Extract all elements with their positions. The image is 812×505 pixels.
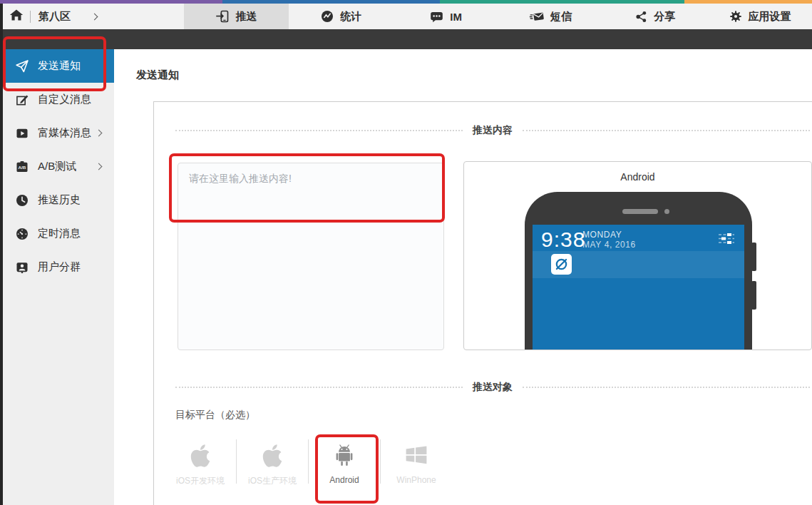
rich-media-icon	[14, 126, 30, 141]
target-platform-label: 目标平台（必选）	[175, 409, 255, 422]
tab-stats[interactable]: 统计	[289, 4, 394, 29]
tab-label: 短信	[550, 10, 572, 24]
platform-selector: iOS开发环境 iOS生产环境	[165, 436, 452, 487]
phone-volume-button	[751, 243, 756, 271]
section-title-content: 推送内容	[463, 124, 523, 137]
platform-label: WinPhone	[396, 475, 436, 485]
platform-label: Android	[329, 475, 359, 485]
dotted-line	[523, 130, 810, 131]
top-nav: 第八区 推送	[0, 4, 812, 29]
apple-icon	[262, 436, 283, 469]
sidebar-item-label: 富媒体消息	[38, 126, 91, 140]
chevron-right-icon	[96, 130, 103, 137]
quick-settings-icon	[718, 233, 735, 248]
phone-camera	[664, 209, 669, 214]
phone-screen: 9:38 MONDAY MAY 4, 2016	[533, 225, 744, 350]
app-logo-icon	[551, 254, 572, 275]
notification-band	[533, 251, 744, 278]
app-switcher[interactable]: 第八区	[0, 4, 97, 29]
history-icon	[14, 193, 30, 208]
sidebar-item-send-notification[interactable]: 发送通知	[0, 49, 114, 83]
push-icon	[215, 9, 230, 24]
tab-share[interactable]: 分享	[602, 4, 707, 29]
dotted-line	[175, 387, 463, 388]
phone-mockup: 9:38 MONDAY MAY 4, 2016	[525, 192, 752, 350]
section-divider-content: 推送内容	[175, 124, 810, 137]
phone-volume-button	[751, 281, 756, 310]
brand-divider	[30, 11, 31, 23]
platform-winphone[interactable]: WinPhone	[381, 436, 452, 487]
android-icon	[331, 436, 358, 469]
svg-text:A/B: A/B	[19, 164, 26, 169]
tab-label: 分享	[654, 10, 675, 24]
edit-icon	[14, 92, 30, 108]
tab-label: 推送	[235, 10, 257, 24]
timer-icon	[14, 226, 30, 242]
sidebar-item-label: 推送历史	[38, 193, 81, 207]
send-icon	[14, 58, 30, 74]
im-icon	[429, 9, 444, 24]
platform-android[interactable]: Android	[309, 436, 380, 487]
push-content-input[interactable]	[178, 163, 444, 350]
nav-tabs: 推送 统计	[184, 4, 812, 29]
platform-label: iOS开发环境	[176, 475, 225, 487]
left-edge-strip	[0, 4, 3, 505]
sidebar: 发送通知 自定义消息 富媒体消息	[0, 49, 114, 505]
sidebar-item-label: 定时消息	[38, 227, 81, 240]
sidebar-item-label: A/B测试	[38, 160, 76, 173]
platform-ios-prod[interactable]: iOS生产环境	[237, 436, 308, 487]
sidebar-item-label: 自定义消息	[38, 93, 91, 106]
sidebar-item-scheduled-message[interactable]: 定时消息	[0, 217, 114, 250]
tab-label: 统计	[340, 10, 361, 24]
app-window: 第八区 推送	[0, 0, 812, 505]
page-title: 发送通知	[136, 68, 179, 82]
platform-ios-dev[interactable]: iOS开发环境	[165, 436, 236, 487]
dotted-line	[523, 387, 810, 388]
tab-label: IM	[450, 11, 462, 23]
phone-speaker	[622, 209, 658, 214]
sidebar-item-label: 发送通知	[38, 59, 81, 73]
platform-label: iOS生产环境	[248, 475, 297, 487]
lockscreen-day: MONDAY	[582, 230, 622, 240]
tab-app-settings[interactable]: 应用设置	[707, 4, 812, 29]
tab-sms[interactable]: 短信	[498, 4, 602, 29]
section-title-target: 推送对象	[463, 381, 523, 394]
section-divider-target: 推送对象	[175, 381, 810, 394]
app-name: 第八区	[38, 10, 71, 24]
ab-test-icon: A/B	[14, 159, 30, 175]
sidebar-item-user-segments[interactable]: 用户分群	[0, 250, 114, 284]
tab-push[interactable]: 推送	[184, 4, 289, 29]
sidebar-item-push-history[interactable]: 推送历史	[0, 183, 114, 217]
sidebar-item-custom-message[interactable]: 自定义消息	[0, 83, 114, 116]
lockscreen-date: MAY 4, 2016	[582, 240, 636, 250]
user-group-icon	[14, 260, 30, 275]
tab-im[interactable]: IM	[394, 4, 498, 29]
chevron-right-icon[interactable]	[91, 13, 98, 20]
dotted-line	[175, 130, 463, 131]
preview-platform-label: Android	[464, 171, 811, 183]
home-icon[interactable]	[9, 8, 24, 25]
header-dark-bar	[0, 29, 812, 49]
android-preview-card: Android 9:38 MONDAY MAY 4, 2016	[463, 161, 812, 350]
push-form-panel: 推送内容 Android 9:38 MONDAY MAY 4, 2016	[153, 101, 812, 505]
sms-icon	[529, 9, 545, 24]
main-content: 发送通知 推送内容 Android 9:38 MONDAY	[114, 49, 812, 505]
lockscreen-time: 9:38	[541, 228, 585, 252]
tab-label: 应用设置	[749, 10, 791, 24]
settings-icon	[729, 9, 743, 24]
share-icon	[634, 10, 648, 24]
sidebar-item-rich-media[interactable]: 富媒体消息	[0, 116, 114, 150]
apple-icon	[190, 436, 211, 469]
sidebar-item-label: 用户分群	[38, 260, 81, 274]
stats-icon	[320, 9, 334, 24]
windows-icon	[404, 436, 429, 469]
chevron-right-icon	[96, 163, 103, 170]
sidebar-item-ab-test[interactable]: A/B A/B测试	[0, 150, 114, 183]
